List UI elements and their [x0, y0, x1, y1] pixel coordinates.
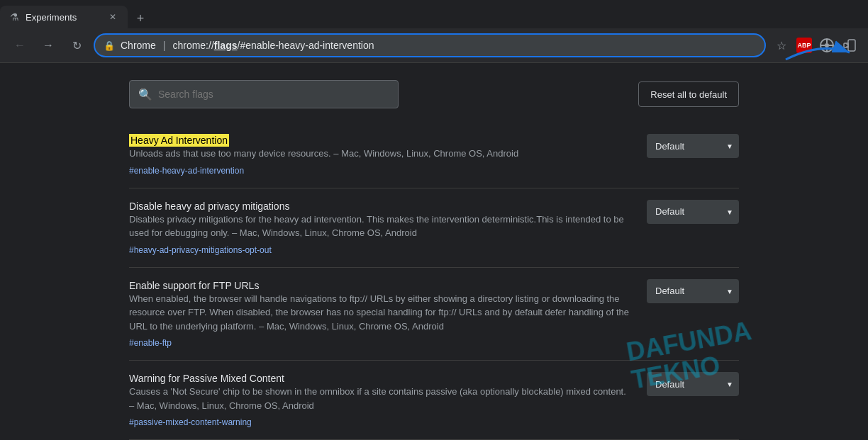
address-url: chrome://flags/#enable-heavy-ad-interven… — [172, 40, 374, 51]
page-content: 🔍 Reset all to default Heavy Ad Interven… — [0, 63, 868, 440]
back-icon: ← — [14, 39, 26, 52]
flags-hash: #enable-heavy-ad-intervention — [240, 40, 374, 51]
flag-info: Heavy Ad Intervention Unloads ads that u… — [129, 134, 633, 176]
reload-button[interactable]: ↻ — [65, 34, 88, 57]
flag-name: Warning for Passive Mixed Content — [129, 373, 284, 384]
new-tab-button[interactable]: + — [130, 9, 150, 28]
address-site-label: Chrome — [121, 40, 156, 51]
flag-description: Disables privacy mitigations for the hea… — [129, 213, 633, 240]
flags-highlight: flags — [214, 40, 238, 51]
flag-select[interactable]: Default Enabled Disabled — [647, 372, 739, 396]
flag-link[interactable]: #passive-mixed-content-warning — [129, 417, 252, 427]
tab-favicon-icon: ⚗ — [9, 11, 20, 23]
flag-select[interactable]: Default Enabled Disabled — [647, 279, 739, 303]
flag-control: Default Enabled Disabled — [647, 372, 739, 396]
flags-list: Heavy Ad Intervention Unloads ads that u… — [115, 123, 753, 440]
flag-info: Disable heavy ad privacy mitigations Dis… — [129, 200, 633, 256]
flag-name: Heavy Ad Intervention — [129, 134, 229, 147]
search-area: 🔍 Reset all to default — [115, 80, 753, 108]
flag-description: Causes a 'Not Secure' chip to be shown i… — [129, 385, 633, 412]
flag-control: Default Enabled Disabled — [647, 200, 739, 224]
search-box[interactable]: 🔍 — [129, 80, 399, 108]
flag-info: Enable support for FTP URLs When enabled… — [129, 279, 633, 349]
flag-item: Warning for Passive Mixed Content Causes… — [129, 361, 739, 440]
tab-title: Experiments — [26, 12, 101, 23]
active-tab[interactable]: ⚗ Experiments ✕ — [0, 6, 128, 28]
flag-name: Enable support for FTP URLs — [129, 280, 259, 291]
flag-link[interactable]: #heavy-ad-privacy-mitigations-opt-out — [129, 245, 272, 255]
flag-select[interactable]: Default Enabled Disabled — [647, 200, 739, 224]
tab-bar: ⚗ Experiments ✕ + — [0, 0, 868, 28]
back-button[interactable]: ← — [9, 34, 31, 57]
flag-select-wrapper: Default Enabled Disabled — [647, 372, 739, 396]
flag-description: When enabled, the browser will handle na… — [129, 292, 633, 334]
flag-description: Unloads ads that use too many device res… — [129, 147, 633, 161]
search-icon: 🔍 — [138, 88, 152, 101]
flag-control: Default Enabled Disabled — [647, 279, 739, 303]
search-input[interactable] — [158, 89, 389, 100]
reload-icon: ↻ — [72, 39, 82, 52]
forward-icon: → — [43, 39, 54, 52]
flag-name: Disable heavy ad privacy mitigations — [129, 201, 289, 212]
flag-control: Default Enabled Disabled — [647, 134, 739, 158]
flag-info: Warning for Passive Mixed Content Causes… — [129, 372, 633, 428]
flag-select-wrapper: Default Enabled Disabled — [647, 279, 739, 303]
flag-link[interactable]: #enable-heavy-ad-intervention — [129, 166, 244, 176]
reset-all-button[interactable]: Reset all to default — [638, 81, 739, 107]
flag-select[interactable]: Default Enabled Disabled — [647, 134, 739, 158]
blue-arrow-annotation — [779, 38, 857, 67]
flag-link[interactable]: #enable-ftp — [129, 338, 172, 348]
flag-item: Heavy Ad Intervention Unloads ads that u… — [129, 123, 739, 188]
address-bar[interactable]: 🔒 Chrome | chrome://flags/#enable-heavy-… — [94, 33, 766, 57]
nav-bar: ← → ↻ 🔒 Chrome | chrome://flags/#enable-… — [0, 28, 868, 62]
tab-close-button[interactable]: ✕ — [106, 11, 119, 23]
flag-item: Enable support for FTP URLs When enabled… — [129, 268, 739, 361]
browser-chrome: ⚗ Experiments ✕ + ← → ↻ 🔒 Chrome | chrom… — [0, 0, 868, 63]
flag-item: Disable heavy ad privacy mitigations Dis… — [129, 188, 739, 268]
forward-button[interactable]: → — [37, 34, 60, 57]
lock-icon: 🔒 — [104, 40, 115, 51]
address-divider: | — [163, 40, 166, 51]
flag-select-wrapper: Default Enabled Disabled — [647, 134, 739, 158]
flag-select-wrapper: Default Enabled Disabled — [647, 200, 739, 224]
